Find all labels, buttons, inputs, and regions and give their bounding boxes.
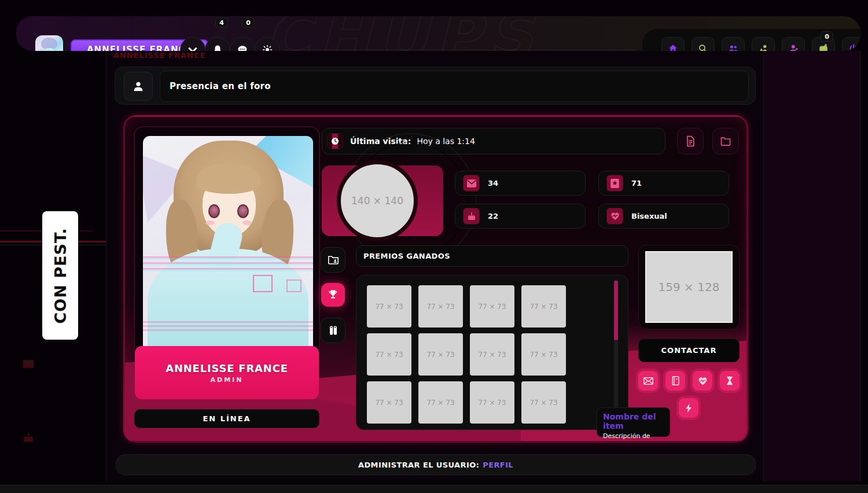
ghost-cake-icon bbox=[23, 433, 34, 442]
trophy-icon bbox=[328, 289, 339, 300]
wardrobe-button[interactable] bbox=[321, 318, 345, 343]
award-slot[interactable]: 77 × 73 bbox=[418, 429, 463, 430]
user-name: ANNELISSE FRANCE bbox=[165, 362, 288, 374]
envelope-icon bbox=[463, 175, 480, 192]
awards-scrollbar-thumb[interactable] bbox=[614, 281, 618, 340]
award-slot[interactable]: 77 × 73 bbox=[470, 429, 514, 430]
photo-art bbox=[237, 204, 249, 218]
item-tooltip: Nombre del item Descripción de prueba bbox=[597, 407, 670, 437]
sun-icon bbox=[262, 45, 273, 51]
avatar-placeholder: 140 × 140 bbox=[337, 160, 418, 241]
like-button[interactable] bbox=[693, 371, 712, 391]
nav-logout-button[interactable] bbox=[842, 37, 860, 51]
awards-scrollbar[interactable] bbox=[614, 279, 618, 425]
view-files-button[interactable] bbox=[712, 128, 739, 154]
header-nav: 0 bbox=[642, 29, 860, 51]
profile-photo bbox=[143, 136, 313, 354]
power-icon bbox=[848, 43, 859, 51]
header-background-text: CHUPS bbox=[265, 16, 539, 51]
signature-image-placeholder: 159 × 128 bbox=[645, 251, 733, 323]
ghost-envelope-icon bbox=[23, 360, 34, 368]
home-icon bbox=[668, 43, 678, 51]
award-slot[interactable]: 77 × 73 bbox=[367, 381, 411, 424]
notes-button[interactable] bbox=[665, 371, 685, 391]
award-slot[interactable]: 77 × 73 bbox=[521, 381, 566, 424]
award-slot[interactable]: 77 × 73 bbox=[418, 381, 463, 424]
award-slot[interactable]: 77 × 73 bbox=[470, 381, 514, 424]
view-posts-button[interactable] bbox=[677, 128, 704, 154]
wardrobe-icon bbox=[329, 325, 338, 336]
photo-glitch bbox=[143, 321, 313, 332]
nav-users-button[interactable] bbox=[722, 37, 745, 51]
mailbox-badge: 0 bbox=[821, 31, 833, 42]
photo-art bbox=[196, 164, 261, 194]
award-slot[interactable]: 77 × 73 bbox=[367, 333, 411, 376]
star-card-icon bbox=[606, 175, 623, 192]
user-name-plate: ANNELISSE FRANCE ADMIN bbox=[135, 346, 319, 399]
hourglass-icon bbox=[726, 376, 734, 385]
notifications-badge: 4 bbox=[215, 17, 228, 28]
stat-age: 22 bbox=[455, 204, 586, 229]
stat-value: Bisexual bbox=[631, 212, 667, 220]
section-header: Presencia en el foro bbox=[115, 67, 756, 105]
folder-user-icon bbox=[328, 255, 339, 265]
awards-panel: 77 × 7377 × 7377 × 7377 × 7377 × 7377 × … bbox=[356, 275, 628, 430]
admin-profile-link[interactable]: PERFIL bbox=[483, 461, 513, 469]
tooltip-description: Descripción de prueba bbox=[603, 432, 664, 443]
chat-bubble-icon bbox=[237, 45, 248, 51]
tooltip-title: Nombre del item bbox=[603, 412, 664, 431]
online-status-button[interactable]: EN LÍNEA bbox=[134, 409, 319, 428]
user-status-icon bbox=[788, 43, 799, 51]
nav-search-button[interactable] bbox=[692, 37, 715, 51]
award-slot[interactable]: 77 × 73 bbox=[521, 285, 566, 328]
photo-art bbox=[242, 220, 252, 225]
nav-user-status-button[interactable] bbox=[782, 37, 805, 51]
photo-art bbox=[208, 204, 220, 218]
award-slot[interactable]: 77 × 73 bbox=[367, 285, 411, 328]
award-slot[interactable]: 77 × 73 bbox=[418, 285, 463, 328]
award-slot[interactable]: 77 × 73 bbox=[367, 429, 411, 430]
user-role: ADMIN bbox=[211, 376, 244, 384]
stat-messages: 34 bbox=[455, 171, 586, 196]
photo-glitch bbox=[286, 279, 301, 292]
award-slot[interactable]: 77 × 73 bbox=[470, 333, 514, 376]
footer-strip bbox=[0, 485, 868, 493]
history-button[interactable] bbox=[720, 371, 740, 391]
boost-button[interactable] bbox=[679, 398, 698, 418]
chevron-down-icon bbox=[187, 44, 198, 51]
awards-title: PREMIOS GANADOS bbox=[356, 245, 628, 267]
section-user-icon-box bbox=[124, 72, 153, 101]
award-slot[interactable]: 77 × 73 bbox=[521, 333, 566, 376]
nav-home-button[interactable] bbox=[661, 37, 685, 51]
awards-trophy-button[interactable] bbox=[321, 283, 345, 307]
glitch-username-echo: ANNELISSE FRANCE bbox=[113, 51, 206, 60]
award-slot[interactable]: 77 × 73 bbox=[470, 285, 514, 328]
photo-glitch bbox=[253, 275, 273, 292]
header-avatar[interactable] bbox=[35, 35, 63, 51]
profile-panel: ANNELISSE FRANCE ADMIN EN LÍNEA Última v… bbox=[123, 115, 748, 443]
award-slot[interactable]: 77 × 73 bbox=[418, 333, 463, 376]
send-message-button[interactable] bbox=[638, 371, 658, 391]
envelope-icon bbox=[643, 377, 653, 385]
top-header-bar: CHUPS ANNELISSE FRANCE 4 0 bbox=[16, 16, 860, 51]
admin-bar: ADMINISTRAR EL USUARIO: PERFIL bbox=[116, 454, 756, 475]
profile-page: CHUPS ANNELISSE FRANCE 4 0 bbox=[0, 0, 868, 493]
heartbeat-icon bbox=[606, 208, 623, 225]
notifications-button[interactable] bbox=[205, 37, 230, 51]
stat-value: 34 bbox=[488, 179, 498, 187]
clock-icon bbox=[327, 133, 343, 149]
bell-icon bbox=[212, 45, 223, 51]
nav-members-button[interactable] bbox=[752, 37, 775, 51]
mailbox-icon bbox=[818, 43, 829, 51]
cake-icon bbox=[463, 208, 480, 225]
banner-text: CON PEST. bbox=[52, 227, 69, 323]
awards-folder-button[interactable] bbox=[321, 247, 345, 273]
lightning-icon bbox=[685, 403, 693, 413]
notebook-icon bbox=[671, 376, 680, 385]
folder-icon bbox=[720, 135, 731, 147]
right-column-background bbox=[764, 51, 860, 481]
messages-button[interactable] bbox=[230, 37, 255, 51]
contact-button[interactable]: CONTACTAR bbox=[638, 339, 740, 362]
messages-badge: 0 bbox=[242, 17, 255, 28]
awards-grid: 77 × 7377 × 7377 × 7377 × 7377 × 7377 × … bbox=[367, 285, 613, 430]
